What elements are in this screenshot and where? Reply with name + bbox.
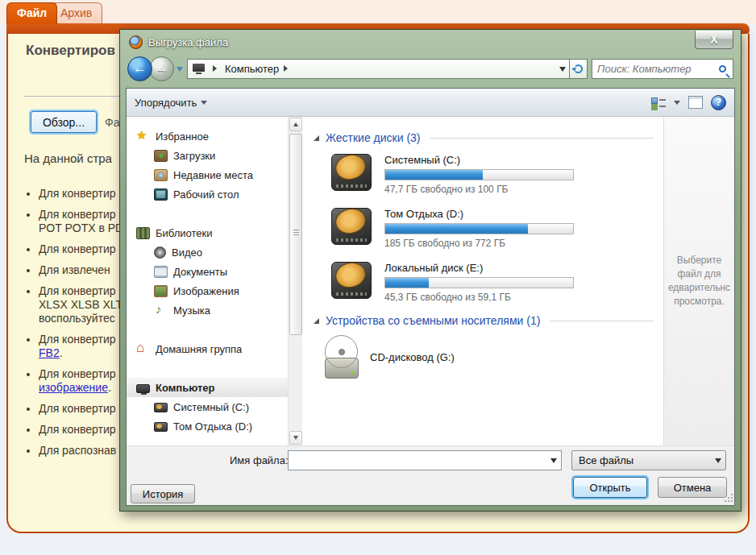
filename-label: Имя файла: [230,454,289,466]
sidebar-item[interactable]: Изображения [127,281,288,300]
group-rule [550,321,654,321]
drive-name: Локальный диск (E:) [384,262,574,274]
history-dropdown-icon[interactable] [177,67,183,75]
pictures-icon [154,285,168,297]
sidebar-item[interactable]: Библиотеки [127,223,288,242]
resize-grip[interactable] [723,494,733,503]
group-header[interactable]: Жесткие диски (3) [314,131,660,144]
sidebar-item-label: Избранное [156,130,209,143]
sidebar-item[interactable]: Домашняя группа [127,339,288,358]
scrollbar-track[interactable] [289,132,302,430]
breadcrumb-dropdown-icon[interactable] [559,67,566,75]
video-icon [154,246,166,259]
sidebar-item-label: Том Отдыха (D:) [173,420,252,433]
collapse-triangle-icon [314,318,319,324]
preview-pane-button[interactable] [688,96,703,109]
tab-file[interactable]: Файл [6,2,57,24]
history-button[interactable]: История [131,484,195,503]
organize-button[interactable]: Упорядочить [135,97,207,109]
breadcrumb-separator-icon [213,65,220,72]
capacity-bar-fill [385,170,483,180]
drive-free-space: 47,7 ГБ свободно из 100 ГБ [384,184,574,195]
sidebar-item-label: Изображения [173,285,239,297]
sidebar-item[interactable]: Том Отдыха (D:) [127,416,288,436]
help-button[interactable]: ? [711,95,726,110]
bullet-text: . [108,381,111,394]
change-view-button[interactable] [651,97,666,109]
capacity-bar [384,169,574,180]
list-item: Для конвертирXLSX XLSB XLTвоспользуйтес [39,284,123,325]
cancel-button[interactable]: Отмена [658,477,727,498]
list-item: Для конвертирPOT POTX в PD [39,208,123,235]
firefox-icon [129,35,143,49]
group-rule [430,138,654,139]
device-item[interactable]: CD-дисковод (G:) [323,335,660,379]
sidebar-item[interactable]: Компьютер [127,378,288,397]
browse-button[interactable]: Обзор... [31,111,97,133]
open-button[interactable]: Открыть [573,477,647,498]
device-name: CD-дисковод (G:) [370,351,455,363]
filename-combobox[interactable] [288,450,562,470]
sidebar-item-label: Библиотеки [156,227,212,239]
scrollbar-thumb[interactable] [289,134,302,335]
sidebar-item[interactable]: Музыка [127,300,288,320]
list-item: Для распознав [39,444,123,458]
hdd-icon [154,403,168,412]
views-dropdown-icon[interactable] [674,101,680,108]
search-input[interactable] [597,63,719,75]
chevron-down-icon [550,458,557,466]
search-box[interactable] [592,59,733,79]
sidebar-item-label: Системный (C:) [173,401,249,413]
scroll-down-button[interactable] [289,431,302,445]
capacity-bar-fill [385,224,528,234]
close-button[interactable]: X [695,31,733,49]
drive-item[interactable]: Системный (C:)47,7 ГБ свободно из 100 ГБ [331,152,660,195]
file-status-text: Фа [105,116,119,129]
sidebar-item[interactable]: Избранное [127,126,288,146]
drive-item[interactable]: Том Отдыха (D:)185 ГБ свободно из 772 ГБ [331,206,660,249]
sidebar-item[interactable]: Системный (C:) [127,397,288,416]
filetype-dropdown-button[interactable] [711,454,725,466]
sidebar-item[interactable]: Загрузки [127,146,288,165]
list-item: Для извлечен [39,263,123,277]
filename-dropdown-button[interactable] [546,451,561,470]
filetype-select[interactable]: Все файлы [571,450,726,470]
organize-label: Упорядочить [135,97,197,109]
link[interactable]: изображение [39,381,108,394]
list-item: Для конвертиризображение. [39,367,123,395]
divider [24,96,123,97]
dialog-titlebar[interactable]: Выгрузка файла [126,30,735,54]
breadcrumb[interactable]: Компьютер [187,59,570,79]
sidebar-item[interactable]: Видео [127,242,288,262]
hard-drive-icon [331,152,373,191]
sidebar-item[interactable]: Документы [127,262,288,281]
forward-button[interactable]: → [149,56,174,81]
drive-item[interactable]: Локальный диск (E:)45,3 ГБ свободно из 5… [331,260,660,303]
preview-pane: Выберите файл для едварительнс просмотра… [663,117,734,445]
downloads-icon [154,150,168,162]
bullet-text: воспользуйтес [39,312,115,325]
group-title: Жесткие диски (3) [326,131,421,144]
bullet-text: Для извлечен [39,263,110,276]
hdd-icon [154,422,168,432]
group-header[interactable]: Устройства со съемными носителями (1) [314,314,660,327]
sidebar-item[interactable]: Недавние места [127,165,288,184]
arrow-down-icon [293,436,298,442]
bullet-text: Для конвертир [39,333,115,346]
bullet-text: Для конвертир [39,187,115,200]
page-title: Конвертиров [26,43,121,59]
refresh-button[interactable] [570,59,588,79]
list-item: Для конвертир [39,423,123,437]
tab-archive[interactable]: Архив [50,2,102,24]
scroll-up-button[interactable] [289,118,302,131]
link[interactable]: FB2 [39,346,60,359]
back-button[interactable]: ← [127,56,152,81]
sidebar-item[interactable]: Рабочий стол [127,184,288,204]
filename-input[interactable] [289,451,546,470]
capacity-bar [384,277,574,288]
sidebar-scrollbar[interactable] [288,117,302,445]
drive-name: Том Отдыха (D:) [384,208,574,220]
breadcrumb-item-computer[interactable]: Компьютер [225,63,279,75]
sidebar-item-label: Недавние места [173,169,253,181]
homegroup-icon [136,343,150,355]
